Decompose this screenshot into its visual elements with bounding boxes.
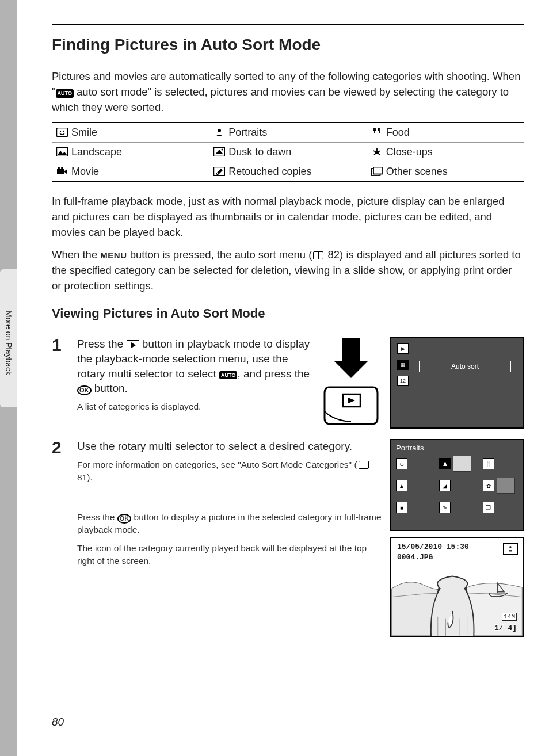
svg-point-3 bbox=[218, 129, 221, 132]
svg-point-9 bbox=[58, 167, 60, 169]
svg-point-2 bbox=[63, 131, 64, 132]
mini-date-icon: 12 bbox=[397, 376, 409, 386]
grid-title: Portraits bbox=[396, 444, 518, 452]
svg-point-6 bbox=[222, 149, 223, 151]
movie-icon bbox=[56, 167, 68, 176]
grid-landscape-icon: ▲ bbox=[396, 480, 407, 491]
grid-other-icon: ❐ bbox=[483, 502, 494, 513]
retouched-icon bbox=[214, 167, 225, 176]
page-number: 80 bbox=[52, 716, 64, 728]
categories-table: Smile Portraits Food Landscape Dusk to d… bbox=[52, 122, 524, 182]
grid-thumb bbox=[453, 456, 471, 472]
autosort-label: Auto sort bbox=[419, 361, 511, 372]
table-row: Movie Retouched copies Other scenes bbox=[52, 162, 524, 182]
landscape-icon bbox=[56, 147, 68, 156]
grid-food-icon: 🍴 bbox=[483, 458, 494, 469]
rule bbox=[52, 326, 524, 326]
svg-rect-8 bbox=[57, 169, 64, 174]
osd-date: 15/05/2010 15:30 bbox=[397, 543, 469, 551]
auto-mode-icon: AUTO bbox=[56, 89, 74, 98]
osd-filename: 0004.JPG bbox=[397, 553, 433, 562]
book-ref-icon bbox=[359, 461, 369, 469]
osd-counter: 1/ 4] bbox=[494, 624, 517, 632]
step-2: 2 Use the rotary multi selector to selec… bbox=[52, 439, 524, 637]
step1-sub: A list of categories is displayed. bbox=[77, 400, 314, 413]
page-content: Finding Pictures in Auto Sort Mode Pictu… bbox=[17, 0, 549, 756]
step-number: 2 bbox=[52, 439, 69, 456]
grid-thumb bbox=[497, 478, 515, 494]
svg-rect-13 bbox=[373, 167, 382, 174]
step2-instruction: Use the rotary multi selector to select … bbox=[77, 439, 382, 454]
press-arrow-illustration bbox=[322, 337, 380, 429]
subheading-viewing: Viewing Pictures in Auto Sort Mode bbox=[52, 306, 524, 321]
step-number: 1 bbox=[52, 337, 69, 354]
playback-button-icon bbox=[127, 340, 139, 349]
grid-movie-icon: ■ bbox=[396, 502, 407, 513]
step1-instruction: Press the button in playback mode to dis… bbox=[77, 337, 314, 396]
step2-sub3: The icon of the category currently playe… bbox=[77, 542, 382, 567]
other-icon bbox=[371, 167, 383, 176]
table-row: Smile Portraits Food bbox=[52, 123, 524, 143]
screen-category-grid: Portraits ☺ ♟ 🍴 ▲ ◢ ✿ ■ ✎ ❐ bbox=[390, 439, 524, 531]
smile-icon bbox=[56, 128, 68, 137]
ok-button-icon: OK bbox=[77, 385, 92, 395]
svg-point-1 bbox=[60, 131, 61, 132]
osd-category-icon bbox=[503, 543, 518, 555]
grid-closeups-icon: ✿ bbox=[483, 480, 494, 491]
intro-paragraph: Pictures and movies are automatically so… bbox=[52, 69, 524, 115]
page-title: Finding Pictures in Auto Sort Mode bbox=[52, 24, 524, 54]
mini-play-icon: ▶ bbox=[397, 343, 409, 354]
svg-rect-0 bbox=[57, 128, 68, 137]
step2-sub2: Press the OK button to display a picture… bbox=[77, 511, 382, 536]
grid-dusk-icon: ◢ bbox=[439, 480, 451, 491]
paragraph-fullframe: In full-frame playback mode, just as wit… bbox=[52, 194, 524, 240]
section-side-label: More on Playback bbox=[4, 311, 13, 375]
food-icon bbox=[371, 128, 383, 137]
svg-point-10 bbox=[61, 167, 63, 169]
step-1: 1 Press the button in playback mode to d… bbox=[52, 337, 524, 429]
osd-image-size: 14M bbox=[502, 613, 517, 621]
paragraph-menu: When the MENU button is pressed, the aut… bbox=[52, 247, 524, 293]
svg-rect-4 bbox=[57, 148, 68, 156]
table-row: Landscape Dusk to dawn Close-ups bbox=[52, 143, 524, 162]
auto-mode-icon: AUTO bbox=[219, 371, 237, 379]
portraits-icon bbox=[214, 128, 225, 137]
ok-button-icon: OK bbox=[117, 514, 132, 524]
grid-retouched-icon: ✎ bbox=[439, 502, 451, 513]
screen-mode-menu: ▶ ▦ 12 Auto sort bbox=[390, 337, 524, 429]
figure-step1: ▶ ▦ 12 Auto sort bbox=[322, 337, 524, 429]
book-ref-icon bbox=[313, 251, 323, 259]
step2-sub1: For more information on categories, see … bbox=[77, 459, 382, 483]
mini-auto-icon: ▦ bbox=[397, 360, 409, 370]
grid-portraits-icon: ♟ bbox=[439, 458, 451, 469]
grid-smile-icon: ☺ bbox=[396, 458, 407, 469]
menu-button-word: MENU bbox=[100, 250, 127, 260]
screen-playback-preview: 15/05/2010 15:30 0004.JPG 14M 1/ 4] bbox=[390, 537, 524, 637]
dusk-icon bbox=[214, 147, 225, 156]
closeups-icon bbox=[371, 147, 383, 156]
